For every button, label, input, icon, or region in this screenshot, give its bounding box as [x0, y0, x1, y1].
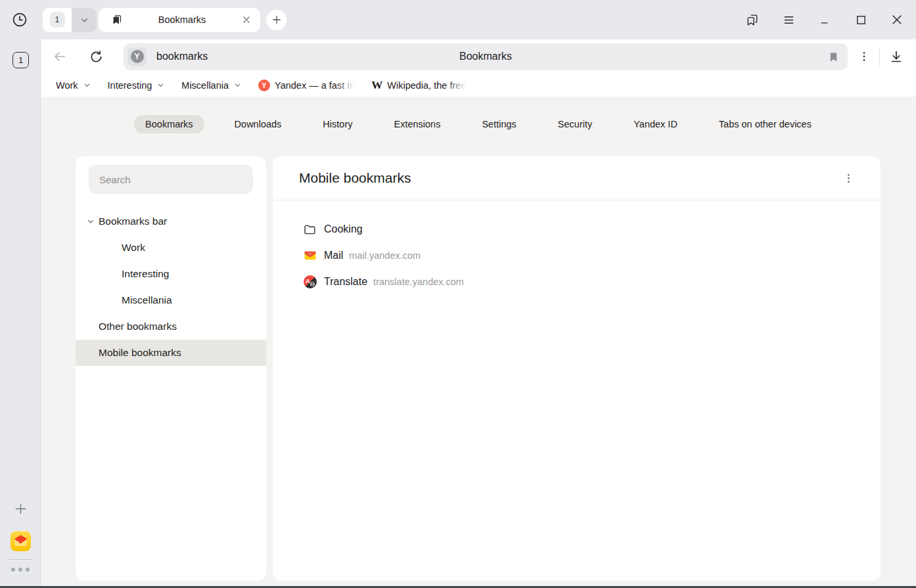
link-label: Wikipedia, the free	[387, 80, 466, 91]
kebab-icon	[842, 172, 855, 185]
tree-item-label: Mobile bookmarks	[99, 347, 181, 359]
tab-settings[interactable]: Settings	[470, 115, 527, 133]
history-clock-icon[interactable]	[11, 11, 28, 28]
chevron-down-icon	[80, 15, 89, 25]
bookmark-name: Cooking	[324, 223, 363, 235]
yandex-translate-icon: A	[303, 275, 317, 289]
bookmark-icon	[110, 13, 124, 26]
folder-label: Interesting	[108, 80, 152, 91]
yandex-y-icon: Y	[258, 79, 270, 91]
back-button[interactable]	[51, 49, 68, 65]
manager-nav-tabs: Bookmarks Downloads History Extensions S…	[41, 114, 916, 134]
yandex-mail-app-icon[interactable]	[11, 531, 31, 551]
url-text[interactable]: bookmarks	[156, 51, 208, 62]
yandex-logo-icon: Y	[131, 50, 144, 63]
reload-button[interactable]	[88, 49, 104, 65]
tab-group-count: 1	[50, 12, 65, 28]
link-label: Yandex — a fast In	[275, 80, 355, 91]
page-title: Bookmarks	[124, 51, 848, 62]
side-panel-bookmarks-icon[interactable]	[745, 12, 760, 27]
bookmark-filled-icon[interactable]	[827, 51, 840, 63]
close-button[interactable]	[890, 12, 904, 27]
maximize-button[interactable]	[854, 12, 868, 27]
tab-history[interactable]: History	[311, 115, 363, 133]
bookmarks-tree: Bookmarks bar Work Interesting Miscellan…	[76, 208, 266, 366]
tree-item-bookmarks-bar[interactable]: Bookmarks bar	[76, 208, 266, 235]
kebab-icon	[858, 50, 871, 63]
bookmarks-bar-folder-work[interactable]: Work	[56, 80, 91, 91]
chevron-down-icon	[156, 81, 165, 89]
tab-bookmarks-pill[interactable]: Bookmarks	[134, 115, 204, 133]
tree-item-label: Work	[122, 242, 145, 254]
tab-group-count-badge: 1	[43, 8, 72, 32]
strip-add-button[interactable]	[12, 501, 29, 517]
tab-bookmarks[interactable]: Bookmarks	[99, 8, 260, 32]
folder-label: Work	[56, 80, 78, 91]
address-bar[interactable]: Y bookmarks Bookmarks	[124, 43, 848, 70]
reload-icon	[89, 49, 104, 64]
panel-kebab-menu[interactable]	[841, 171, 856, 185]
list-item-translate[interactable]: A Translate translate.yandex.com	[273, 269, 881, 295]
plus-icon	[271, 14, 283, 26]
menu-icon[interactable]	[781, 12, 796, 27]
plus-icon	[13, 501, 28, 516]
tree-item-label: Miscellania	[122, 294, 172, 306]
tree-item-miscellania[interactable]: Miscellania	[76, 287, 266, 313]
tab-close-icon[interactable]	[240, 14, 252, 26]
tab-strip: 1 Bookmarks	[0, 0, 916, 39]
toolbar-kebab-menu[interactable]	[857, 49, 871, 64]
tree-item-other-bookmarks[interactable]: Other bookmarks	[76, 313, 266, 340]
chevron-down-icon	[233, 81, 242, 89]
bookmark-url: mail.yandex.com	[349, 250, 421, 261]
toolbar: Y bookmarks Bookmarks	[41, 39, 916, 74]
folder-label: Miscellania	[181, 80, 229, 91]
tab-other-devices[interactable]: Tabs on other devices	[708, 115, 823, 133]
bookmarks-bar-link-wikipedia[interactable]: W Wikipedia, the free	[371, 79, 466, 91]
yandex-mail-icon	[303, 249, 317, 263]
tab-counter-value: 1	[18, 55, 23, 65]
tab-title: Bookmarks	[124, 14, 240, 25]
tree-item-work[interactable]: Work	[76, 235, 266, 261]
bookmarks-bar-link-yandex[interactable]: Y Yandex — a fast In	[258, 79, 355, 91]
list-item-mail[interactable]: Mail mail.yandex.com	[273, 242, 881, 269]
bookmark-url: translate.yandex.com	[373, 277, 464, 287]
download-icon	[888, 49, 904, 64]
search-input[interactable]	[89, 165, 253, 194]
download-button[interactable]	[888, 48, 905, 65]
tab-extensions[interactable]: Extensions	[382, 115, 451, 133]
tree-item-mobile-bookmarks[interactable]: Mobile bookmarks	[76, 340, 266, 366]
bookmarks-list: Cooking Mail mail.yandex.com	[273, 200, 881, 295]
tree-item-label: Interesting	[122, 268, 169, 280]
toolbar-divider	[879, 47, 880, 66]
side-strip: 1	[0, 39, 41, 588]
wikipedia-w-icon: W	[371, 79, 382, 91]
tree-item-label: Other bookmarks	[99, 321, 177, 332]
strip-more-button[interactable]	[9, 568, 32, 572]
site-badge[interactable]: Y	[127, 47, 147, 66]
folder-icon	[303, 223, 317, 237]
arrow-left-icon	[52, 49, 68, 64]
new-tab-button[interactable]	[266, 10, 286, 30]
bookmarks-list-panel: Mobile bookmarks Cooking	[273, 156, 881, 581]
tab-security[interactable]: Security	[547, 115, 603, 133]
list-item-cooking[interactable]: Cooking	[273, 216, 881, 242]
bookmarks-bar-folder-miscellania[interactable]: Miscellania	[181, 80, 242, 91]
chevron-down-icon	[86, 217, 95, 226]
tab-group[interactable]: 1	[43, 8, 97, 32]
bookmarks-bar: Work Interesting Miscellania Y Yandex — …	[41, 74, 916, 97]
minimize-button[interactable]	[817, 12, 832, 27]
tab-counter-button[interactable]: 1	[12, 52, 29, 68]
strip-divider	[8, 559, 33, 560]
bookmarks-tree-panel: Bookmarks bar Work Interesting Miscellan…	[76, 156, 266, 581]
browser-window: 1 Bookmarks	[0, 0, 916, 588]
window-controls	[745, 12, 904, 27]
panel-title: Mobile bookmarks	[299, 170, 411, 186]
tree-item-interesting[interactable]: Interesting	[76, 261, 266, 287]
tab-yandex-id[interactable]: Yandex ID	[622, 115, 689, 133]
tab-group-expand-button[interactable]	[72, 8, 97, 32]
bookmark-name: Translate	[324, 276, 367, 288]
panel-header: Mobile bookmarks	[273, 156, 881, 200]
tab-downloads[interactable]: Downloads	[223, 115, 293, 133]
bookmarks-manager-page: Bookmarks Downloads History Extensions S…	[41, 97, 916, 588]
bookmarks-bar-folder-interesting[interactable]: Interesting	[108, 80, 166, 91]
